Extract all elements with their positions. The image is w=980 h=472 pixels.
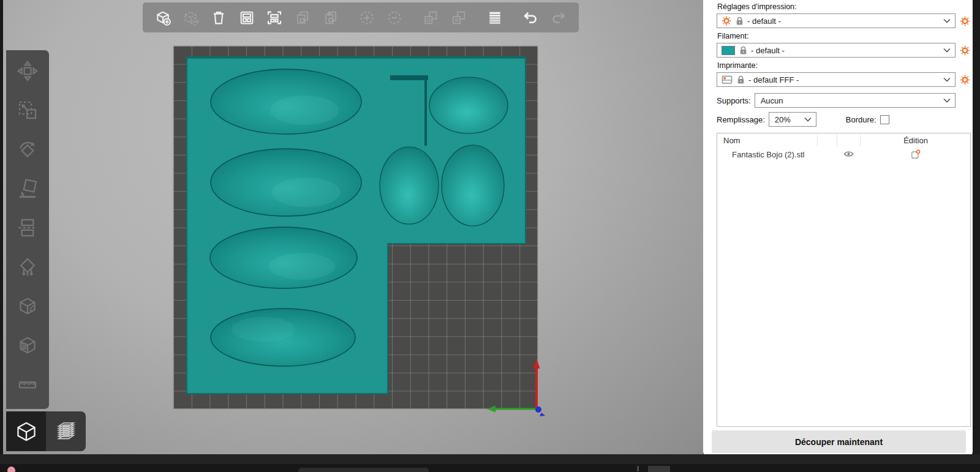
seam-painting-button[interactable]	[10, 287, 45, 326]
arrange-button[interactable]	[235, 6, 258, 30]
chevron-down-icon	[943, 18, 951, 23]
printer-combo[interactable]: - default FFF -	[717, 72, 956, 87]
edit-object-button[interactable]	[911, 149, 921, 161]
filament-row: - default -	[717, 43, 971, 58]
place-on-face-button[interactable]	[10, 169, 45, 208]
filament-gear-button[interactable]	[959, 45, 971, 56]
oval-cavity-6	[380, 147, 439, 224]
split-to-parts-button[interactable]: P	[447, 6, 470, 30]
remove-instance-button[interactable]	[383, 6, 406, 30]
eye-icon	[843, 150, 854, 158]
gear-icon	[960, 16, 970, 26]
seam-painting-icon	[15, 294, 40, 318]
top-toolbar: O P	[143, 2, 579, 32]
lock-icon	[736, 17, 744, 26]
taskbar-divider	[637, 466, 639, 471]
oval-cavity-3	[210, 227, 357, 288]
supports-row: Supports: Aucun	[717, 93, 956, 108]
object-list-header: Nom Édition	[717, 133, 970, 148]
add-instance-button[interactable]	[355, 6, 379, 30]
filament-color-swatch	[722, 46, 735, 55]
infill-label: Remplissage:	[717, 115, 765, 124]
visibility-eye-button[interactable]	[843, 150, 854, 160]
name-column-header: Nom	[717, 136, 740, 145]
move-button[interactable]	[10, 51, 45, 91]
taskbar-app-icon[interactable]	[7, 466, 15, 472]
object-name: Fantastic Bojo (2).stl	[717, 150, 805, 159]
lock-icon	[739, 46, 747, 55]
copy-icon	[293, 9, 312, 27]
window-bottom-frame	[0, 454, 980, 464]
svg-text:P: P	[454, 17, 458, 23]
paint-supports-button[interactable]	[10, 247, 45, 287]
column-separator	[837, 135, 837, 146]
preview-view-button[interactable]	[46, 411, 86, 451]
infill-combo[interactable]: 20%	[769, 112, 816, 127]
filament-combo[interactable]: - default -	[717, 43, 956, 58]
measure-button[interactable]	[10, 365, 45, 404]
undo-icon	[521, 9, 540, 27]
brim-checkbox[interactable]	[880, 115, 889, 124]
scale-icon	[15, 98, 40, 122]
remove-instance-icon	[385, 9, 404, 27]
application-window: O P Réglages d'impression:	[0, 0, 980, 472]
gear-icon	[960, 45, 970, 56]
supports-label: Supports:	[717, 96, 751, 105]
copy-button[interactable]	[291, 6, 314, 30]
paint-supports-icon	[15, 255, 40, 279]
taskbar	[0, 464, 980, 472]
object-list-table: Nom Édition Fantastic Bojo (2).stl	[717, 133, 971, 427]
delete-object-icon	[181, 9, 200, 27]
oval-cavity-4	[211, 309, 355, 366]
3d-view-cube-icon	[12, 418, 40, 446]
taskbar-tray-item[interactable]	[648, 466, 670, 472]
brim-label: Bordure:	[846, 115, 876, 124]
split-to-objects-button[interactable]: O	[419, 6, 442, 30]
printer-gear-button[interactable]	[959, 74, 971, 86]
infill-row: Remplissage: 20% Bordure:	[717, 112, 971, 127]
infill-value: 20%	[775, 115, 804, 124]
redo-icon	[549, 9, 568, 27]
print-settings-gear-button[interactable]	[959, 15, 971, 27]
move-icon	[15, 59, 40, 83]
paste-button[interactable]	[319, 6, 342, 30]
rotate-button[interactable]	[10, 130, 45, 169]
cut-icon	[15, 215, 40, 240]
print-settings-row: - default -	[717, 13, 971, 28]
supports-combo[interactable]: Aucun	[755, 93, 956, 108]
redo-button[interactable]	[547, 6, 570, 30]
oval-cavity-5	[429, 77, 508, 133]
settings-sidebar: Réglages d'impression: - default - Filam…	[703, 0, 973, 457]
split-to-objects-icon: O	[421, 9, 440, 27]
variable-layer-height-button[interactable]	[483, 6, 507, 30]
print-settings-value: - default -	[747, 17, 943, 26]
printer-row: - default FFF -	[717, 72, 971, 87]
oval-cavity-1	[211, 69, 361, 134]
view-mode-switcher	[6, 411, 86, 451]
add-object-button[interactable]	[151, 6, 175, 30]
fill-bed-button[interactable]	[263, 6, 287, 30]
printer-icon	[722, 75, 733, 84]
printer-label: Imprimante:	[717, 61, 971, 70]
column-separator	[817, 135, 818, 146]
slice-now-button[interactable]: Découper maintenant	[712, 430, 966, 453]
taskbar-pill[interactable]	[298, 468, 429, 472]
scale-button[interactable]	[10, 91, 45, 130]
3d-editor-view-button[interactable]	[6, 411, 46, 451]
cut-button[interactable]	[10, 208, 45, 247]
fuzzy-skin-painting-button[interactable]	[10, 326, 45, 365]
variable-layer-height-icon	[486, 9, 504, 27]
filament-value: - default -	[751, 46, 943, 55]
print-settings-combo[interactable]: - default -	[717, 13, 956, 28]
delete-all-button[interactable]	[207, 6, 230, 30]
filament-label: Filament:	[717, 32, 971, 41]
add-instance-icon	[358, 9, 376, 27]
viewport-3d[interactable]: O P	[3, 0, 703, 454]
oval-cavity-2	[211, 149, 361, 216]
object-list-row[interactable]: Fantastic Bojo (2).stl	[717, 148, 970, 162]
edit-settings-icon	[911, 149, 921, 159]
undo-button[interactable]	[519, 6, 543, 30]
edit-column-header: Édition	[860, 136, 971, 145]
delete-object-button[interactable]	[179, 6, 203, 30]
chevron-down-icon	[943, 48, 951, 53]
